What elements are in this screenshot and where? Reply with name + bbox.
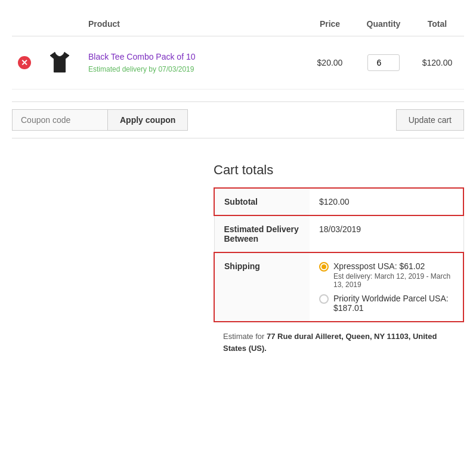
delivery-value: 18/03/2019 bbox=[310, 215, 463, 252]
coupon-row: Apply coupon Update cart bbox=[12, 101, 464, 138]
table-row: ✕ Black Tee Combo Pack of 10 Estimated d… bbox=[12, 36, 464, 90]
update-cart-button[interactable]: Update cart bbox=[396, 109, 464, 131]
shipping-option-priority: Priority Worldwide Parcel USA: $187.01 bbox=[319, 294, 453, 313]
product-total: $120.00 bbox=[422, 58, 453, 67]
cart-totals-section: Cart totals Subtotal $120.00 Estimated D… bbox=[12, 162, 464, 362]
product-thumbnail bbox=[43, 46, 76, 79]
priority-name: Priority Worldwide Parcel USA: $187.01 bbox=[333, 294, 453, 313]
price-cell: $20.00 bbox=[303, 36, 357, 90]
totals-table: Subtotal $120.00 Estimated Delivery Betw… bbox=[214, 187, 464, 322]
estimate-text: Estimate for bbox=[223, 332, 264, 341]
xpresspost-info: Xpresspost USA: $61.02 Est delivery: Mar… bbox=[333, 261, 453, 289]
subtotal-value: $120.00 bbox=[310, 188, 463, 215]
quantity-header: Quantity bbox=[357, 12, 410, 36]
remove-icon: ✕ bbox=[18, 56, 31, 69]
remove-header bbox=[12, 12, 37, 36]
total-header: Total bbox=[410, 12, 464, 36]
radio-dot-xpresspost bbox=[322, 264, 326, 269]
shipping-label: Shipping bbox=[214, 252, 310, 322]
estimate-address: Estimate for 77 Rue dural Ailleret, Quee… bbox=[214, 322, 464, 362]
subtotal-row: Subtotal $120.00 bbox=[214, 188, 463, 215]
xpresspost-name: Xpresspost USA: $61.02 bbox=[333, 261, 453, 271]
product-info-cell: Black Tee Combo Pack of 10 Estimated del… bbox=[82, 36, 303, 90]
shipping-options-cell: Xpresspost USA: $61.02 Est delivery: Mar… bbox=[310, 252, 463, 322]
coupon-left: Apply coupon bbox=[12, 109, 188, 131]
cart-table: Product Price Quantity Total ✕ bbox=[12, 12, 464, 90]
quantity-cell bbox=[357, 36, 410, 90]
tshirt-icon bbox=[45, 48, 74, 77]
remove-cell: ✕ bbox=[12, 36, 37, 90]
radio-priority[interactable] bbox=[319, 294, 329, 304]
cart-totals-title: Cart totals bbox=[214, 162, 464, 178]
delivery-label: Estimated Delivery Between bbox=[214, 215, 310, 252]
product-thumbnail-cell bbox=[37, 36, 82, 90]
thumb-header bbox=[37, 12, 82, 36]
radio-xpresspost[interactable] bbox=[319, 262, 329, 272]
product-header: Product bbox=[82, 12, 303, 36]
xpresspost-est: Est delivery: March 12, 2019 - March 13,… bbox=[333, 272, 453, 289]
cart-totals: Cart totals Subtotal $120.00 Estimated D… bbox=[214, 162, 464, 362]
quantity-input[interactable] bbox=[367, 54, 400, 71]
delivery-row: Estimated Delivery Between 18/03/2019 bbox=[214, 215, 463, 252]
product-price: $20.00 bbox=[317, 58, 343, 67]
product-name: Black Tee Combo Pack of 10 bbox=[88, 52, 297, 61]
coupon-code-input[interactable] bbox=[12, 109, 107, 131]
total-cell: $120.00 bbox=[410, 36, 464, 90]
shipping-row: Shipping Xpresspost USA: $61.02 Est deli… bbox=[214, 252, 463, 322]
price-header: Price bbox=[303, 12, 357, 36]
shipping-option-xpresspost: Xpresspost USA: $61.02 Est delivery: Mar… bbox=[319, 261, 453, 289]
apply-coupon-button[interactable]: Apply coupon bbox=[107, 109, 188, 131]
remove-item-button[interactable]: ✕ bbox=[18, 56, 31, 69]
delivery-estimate: Estimated delivery by 07/03/2019 bbox=[88, 65, 194, 73]
subtotal-label: Subtotal bbox=[214, 188, 310, 215]
priority-info: Priority Worldwide Parcel USA: $187.01 bbox=[333, 294, 453, 313]
